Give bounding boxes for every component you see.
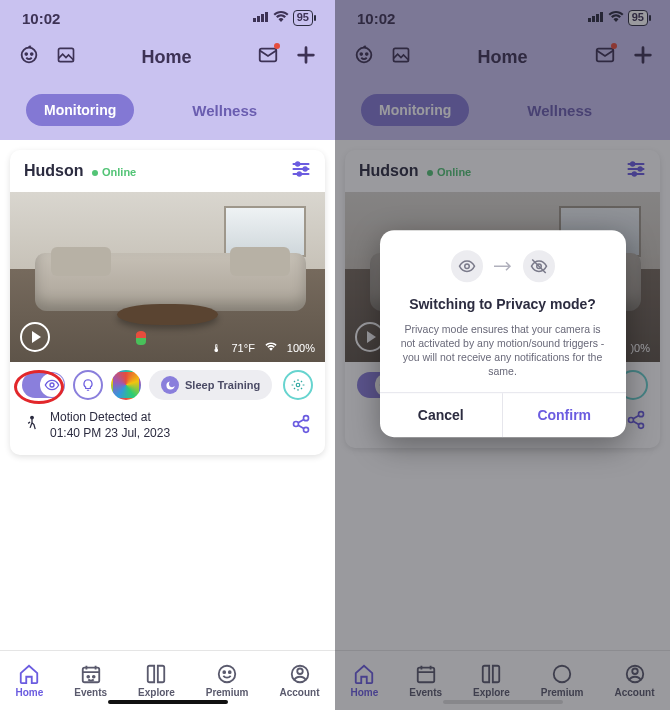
svg-point-5 — [25, 53, 27, 55]
header-title[interactable]: Home — [141, 47, 191, 68]
home-indicator — [108, 700, 228, 704]
arrow-right-icon — [493, 257, 513, 275]
control-row: Sleep Training — [10, 362, 325, 408]
svg-rect-1 — [257, 16, 260, 22]
svg-point-16 — [304, 415, 309, 420]
nav-home[interactable]: Home — [15, 663, 43, 698]
baby-icon[interactable] — [18, 44, 40, 70]
svg-point-4 — [22, 48, 37, 63]
svg-point-15 — [294, 421, 299, 426]
sliders-icon[interactable] — [291, 160, 311, 182]
svg-rect-0 — [253, 18, 256, 22]
status-time: 10:02 — [22, 10, 60, 27]
confirm-button[interactable]: Confirm — [503, 394, 626, 438]
modal-buttons: Cancel Confirm — [380, 393, 626, 438]
phone-left: 10:02 95 Home Monitoring — [0, 0, 335, 710]
modal-title: Switching to Privacy mode? — [380, 292, 626, 316]
nav-events-label: Events — [74, 687, 107, 698]
svg-point-23 — [229, 671, 231, 673]
camera-status: Online — [92, 166, 136, 178]
motion-status: Motion Detected at 01:40 PM 23 Jul, 2023 — [50, 410, 170, 441]
nav-home-label: Home — [15, 687, 43, 698]
svg-point-21 — [219, 666, 236, 683]
nav-events[interactable]: Events — [74, 663, 107, 698]
status-bar: 10:02 95 — [0, 0, 335, 36]
svg-point-25 — [297, 669, 303, 675]
wifi-percent: 100% — [287, 342, 315, 354]
privacy-toggle[interactable] — [22, 372, 65, 398]
phone-right: 10:02 95 Home Monitoring Wellness — [335, 0, 670, 710]
status-indicators: 95 — [253, 10, 313, 25]
eye-icon — [451, 250, 483, 282]
tab-monitoring[interactable]: Monitoring — [26, 94, 134, 126]
svg-point-46 — [464, 264, 469, 269]
svg-point-14 — [31, 416, 34, 419]
cellular-icon — [253, 11, 269, 25]
nav-explore[interactable]: Explore — [138, 663, 175, 698]
moon-icon — [161, 376, 179, 394]
motion-line1: Motion Detected at — [50, 410, 170, 426]
svg-point-12 — [50, 383, 54, 387]
motion-line2: 01:40 PM 23 Jul, 2023 — [50, 426, 170, 442]
lightbulb-button[interactable] — [73, 370, 103, 400]
modal-icons — [380, 230, 626, 292]
color-wheel-button[interactable] — [111, 370, 141, 400]
nav-explore-label: Explore — [138, 687, 175, 698]
breathing-indicator[interactable] — [283, 370, 313, 400]
content-area: Hudson Online 🌡 71°F 100% — [0, 140, 335, 650]
svg-rect-2 — [261, 14, 264, 22]
sleep-training-chip[interactable]: Sleep Training — [149, 370, 272, 400]
nav-account-label: Account — [280, 687, 320, 698]
add-icon[interactable] — [295, 44, 317, 70]
gallery-icon[interactable] — [56, 45, 76, 69]
svg-point-22 — [223, 671, 225, 673]
wifi-icon — [273, 11, 289, 26]
tab-row: Monitoring Wellness — [0, 86, 335, 134]
inbox-icon[interactable] — [257, 44, 279, 70]
svg-point-13 — [296, 383, 300, 387]
tab-wellness[interactable]: Wellness — [192, 102, 257, 119]
camera-card: Hudson Online 🌡 71°F 100% — [10, 150, 325, 455]
walk-icon — [24, 415, 40, 437]
status-row: Motion Detected at 01:40 PM 23 Jul, 2023 — [10, 408, 325, 455]
play-button[interactable] — [20, 322, 50, 352]
svg-point-11 — [298, 172, 301, 175]
camera-feed[interactable]: 🌡 71°F 100% — [10, 192, 325, 362]
nav-account[interactable]: Account — [280, 663, 320, 698]
thermometer-icon: 🌡 — [211, 342, 222, 354]
battery-indicator: 95 — [293, 10, 313, 25]
share-icon[interactable] — [291, 414, 311, 438]
svg-rect-3 — [265, 12, 268, 22]
svg-point-9 — [296, 162, 299, 165]
top-row: Home — [0, 36, 335, 78]
feed-overlays: 🌡 71°F 100% — [211, 342, 316, 354]
nav-premium-label: Premium — [206, 687, 249, 698]
svg-point-6 — [31, 53, 33, 55]
wifi-strength-icon — [265, 342, 277, 354]
cancel-button[interactable]: Cancel — [380, 394, 504, 438]
eye-off-icon — [523, 250, 555, 282]
nav-premium[interactable]: Premium — [206, 663, 249, 698]
svg-point-19 — [87, 676, 89, 678]
room-scene — [10, 192, 325, 362]
camera-name[interactable]: Hudson — [24, 162, 84, 179]
svg-point-20 — [92, 676, 94, 678]
svg-point-17 — [304, 427, 309, 432]
sleep-chip-label: Sleep Training — [185, 379, 260, 391]
temperature-value: 71°F — [232, 342, 255, 354]
svg-point-10 — [304, 167, 307, 170]
privacy-modal: Switching to Privacy mode? Privacy mode … — [380, 230, 626, 438]
modal-body: Privacy mode ensures that your camera is… — [380, 316, 626, 393]
